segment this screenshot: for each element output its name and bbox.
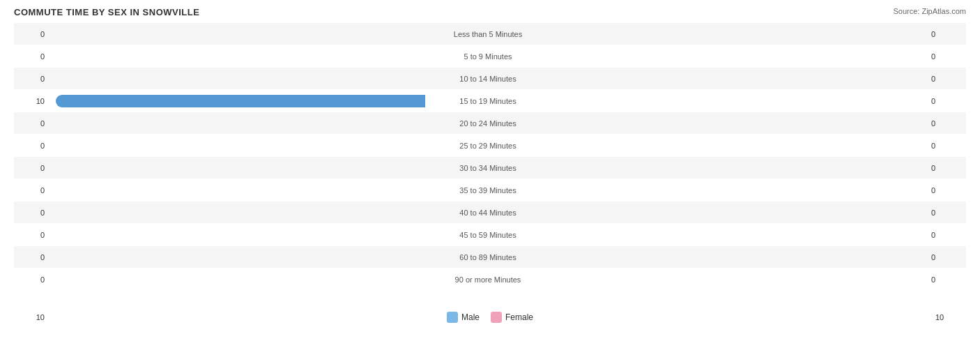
left-value: 10 [14, 97, 49, 105]
left-value: 0 [14, 119, 49, 128]
chart-header: COMMUTE TIME BY SEX IN SNOWVILLE Source:… [14, 7, 966, 17]
left-value: 0 [14, 275, 49, 284]
male-bar [424, 50, 425, 63]
female-bar [551, 273, 552, 286]
bar-row: 10 15 to 19 Minutes 0 [14, 90, 966, 112]
right-bar-area [551, 179, 927, 201]
chart-body: 0 Less than 5 Minutes 0 0 5 to 9 Minutes… [14, 23, 966, 323]
female-bar [551, 117, 552, 130]
right-bar-area [551, 45, 927, 67]
male-bar [56, 95, 425, 107]
row-label: 60 to 89 Minutes [425, 253, 551, 261]
left-bar-area [49, 157, 425, 179]
axis-left-label: 10 [14, 313, 49, 321]
left-bar-area [49, 246, 425, 268]
right-value: 0 [927, 231, 962, 239]
female-bar [551, 162, 552, 174]
left-bar-area [49, 112, 425, 134]
bar-row: 0 45 to 59 Minutes 0 [14, 224, 966, 245]
male-bar [424, 184, 425, 197]
row-label: 15 to 19 Minutes [425, 97, 551, 105]
left-value: 0 [14, 164, 49, 172]
row-label: Less than 5 Minutes [425, 30, 551, 38]
bar-row: 0 60 to 89 Minutes 0 [14, 246, 966, 268]
male-bar [424, 73, 425, 85]
male-bar [424, 162, 425, 174]
left-bar-area [49, 202, 425, 223]
row-label: 30 to 34 Minutes [425, 164, 551, 172]
left-value: 0 [14, 75, 49, 83]
bar-row: 0 90 or more Minutes 0 [14, 268, 966, 290]
chart-container: COMMUTE TIME BY SEX IN SNOWVILLE Source:… [0, 0, 980, 364]
right-bar-area [551, 268, 927, 290]
legend-male-label: Male [461, 312, 480, 322]
row-label: 35 to 39 Minutes [425, 186, 551, 195]
right-bar-area [551, 202, 927, 223]
left-value: 0 [14, 186, 49, 195]
female-bar [551, 229, 552, 241]
right-value: 0 [927, 186, 962, 195]
right-bar-area [551, 135, 927, 156]
left-value: 0 [14, 142, 49, 150]
male-bar [424, 206, 425, 219]
chart-source: Source: ZipAtlas.com [893, 7, 966, 15]
female-bar [551, 73, 552, 85]
right-bar-area [551, 112, 927, 134]
row-label: 10 to 14 Minutes [425, 75, 551, 83]
right-value: 0 [927, 30, 962, 38]
legend-female-label: Female [505, 312, 533, 322]
right-bar-area [551, 246, 927, 268]
left-value: 0 [14, 30, 49, 38]
female-bar [551, 28, 552, 40]
legend-male-box [447, 312, 458, 323]
right-value: 0 [927, 208, 962, 217]
left-bar-area [49, 179, 425, 201]
axis-right-label: 10 [931, 313, 966, 321]
legend-female-box [491, 312, 502, 323]
left-value: 0 [14, 231, 49, 239]
female-bar [551, 251, 552, 264]
right-value: 0 [927, 275, 962, 284]
bar-row: 0 Less than 5 Minutes 0 [14, 23, 966, 45]
male-bar [424, 117, 425, 130]
right-bar-area [551, 68, 927, 89]
left-bar-area [49, 90, 425, 112]
row-label: 45 to 59 Minutes [425, 231, 551, 239]
female-bar [551, 95, 552, 107]
female-bar [551, 50, 552, 63]
chart-title: COMMUTE TIME BY SEX IN SNOWVILLE [14, 7, 199, 17]
row-label: 90 or more Minutes [425, 275, 551, 284]
rows-area: 0 Less than 5 Minutes 0 0 5 to 9 Minutes… [14, 23, 966, 302]
bar-row: 0 5 to 9 Minutes 0 [14, 45, 966, 67]
female-bar [551, 206, 552, 219]
axis-bottom: 10 Male Female 10 [14, 312, 966, 323]
left-value: 0 [14, 208, 49, 217]
legend-area: Male Female [427, 312, 553, 323]
male-bar [424, 273, 425, 286]
right-value: 0 [927, 75, 962, 83]
right-value: 0 [927, 97, 962, 105]
right-value: 0 [927, 142, 962, 150]
left-bar-area [49, 23, 425, 45]
legend-male: Male [447, 312, 480, 323]
male-bar [424, 28, 425, 40]
left-bar-area [49, 68, 425, 89]
bar-row: 0 25 to 29 Minutes 0 [14, 135, 966, 156]
right-bar-area [551, 157, 927, 179]
right-bar-area [551, 224, 927, 245]
row-label: 25 to 29 Minutes [425, 142, 551, 150]
row-label: 40 to 44 Minutes [425, 208, 551, 217]
bar-row: 0 10 to 14 Minutes 0 [14, 68, 966, 89]
row-label: 5 to 9 Minutes [425, 52, 551, 61]
female-bar [551, 184, 552, 197]
row-label: 20 to 24 Minutes [425, 119, 551, 128]
male-bar [424, 229, 425, 241]
left-bar-area [49, 224, 425, 245]
left-value: 0 [14, 52, 49, 61]
left-bar-area [49, 135, 425, 156]
female-bar [551, 139, 552, 152]
bar-row: 0 40 to 44 Minutes 0 [14, 202, 966, 223]
right-bar-area [551, 23, 927, 45]
left-value: 0 [14, 253, 49, 261]
bar-row: 0 30 to 34 Minutes 0 [14, 157, 966, 179]
